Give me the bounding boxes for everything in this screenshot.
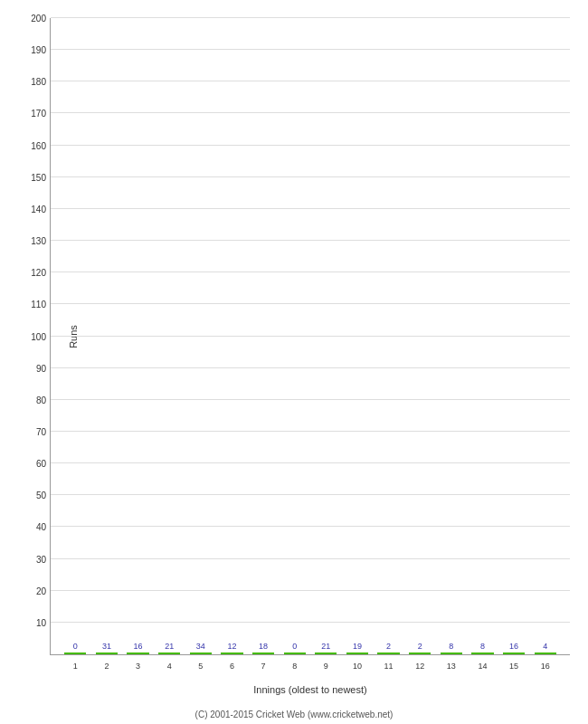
bar-rect [190, 653, 212, 654]
bar-group: 214 [154, 642, 185, 654]
bar-x-label: 8 [292, 662, 297, 671]
bar-rect [284, 653, 306, 654]
y-tick-label: 80 [36, 395, 51, 405]
chart-container: Runs 10203040506070809010011012013014015… [0, 0, 588, 724]
bar-rect [315, 653, 337, 654]
bar-value-label: 0 [73, 642, 78, 651]
bar-value-label: 2 [386, 642, 391, 651]
bar-value-label: 21 [321, 642, 330, 651]
bar-group: 814 [467, 642, 498, 654]
bar-x-label: 5 [198, 662, 203, 671]
bar-value-label: 34 [196, 642, 205, 651]
bar-value-label: 2 [418, 642, 422, 651]
bar-value-label: 8 [480, 642, 485, 651]
bar-x-label: 1 [73, 662, 78, 671]
bar-group: 211 [373, 642, 404, 654]
bar-rect [221, 653, 242, 654]
bar-value-label: 8 [449, 642, 453, 651]
y-tick-label: 60 [36, 459, 51, 469]
bar-x-label: 11 [384, 662, 394, 671]
bar-x-label: 9 [324, 662, 328, 671]
y-tick-label: 190 [31, 45, 51, 55]
bar-group: 312 [91, 642, 123, 654]
bar-group: 345 [185, 642, 217, 654]
bar-x-label: 6 [230, 662, 234, 671]
bar-group: 1910 [342, 642, 374, 654]
y-tick-label: 10 [36, 617, 51, 627]
bar-group: 126 [216, 642, 248, 654]
bar-rect [503, 653, 525, 654]
y-tick-label: 110 [31, 300, 51, 310]
bar-x-label: 12 [415, 662, 424, 671]
bar-rect [535, 653, 556, 654]
y-tick-label: 40 [36, 522, 51, 532]
bar-rect [441, 653, 462, 654]
bar-x-label: 16 [541, 662, 550, 671]
bar-rect [158, 653, 180, 654]
y-tick-label: 150 [31, 172, 51, 182]
y-tick-label: 140 [31, 204, 51, 214]
bar-group: 08 [279, 642, 310, 654]
y-tick-label: 50 [36, 491, 51, 500]
bar-x-label: 10 [353, 662, 362, 671]
bar-value-label: 0 [292, 642, 297, 651]
bar-value-label: 4 [543, 642, 547, 651]
y-tick-label: 90 [36, 363, 51, 373]
chart-area: Runs 10203040506070809010011012013014015… [50, 18, 570, 655]
bar-group: 416 [529, 642, 561, 654]
y-tick-label: 170 [31, 109, 51, 119]
bar-rect [346, 653, 368, 654]
bar-value-label: 16 [509, 642, 518, 651]
bar-group: 1615 [498, 642, 530, 654]
bar-x-label: 7 [261, 662, 266, 671]
bar-x-label: 14 [478, 662, 487, 671]
bar-x-label: 15 [509, 662, 518, 671]
y-tick-label: 20 [36, 586, 51, 595]
y-tick-label: 130 [31, 236, 51, 246]
x-axis-label: Innings (oldest to newest) [51, 684, 570, 695]
bar-group: 163 [122, 642, 154, 654]
bar-rect [252, 653, 274, 654]
y-tick-label: 100 [31, 331, 51, 341]
y-tick-label: 160 [31, 140, 51, 150]
bar-rect [409, 653, 431, 654]
bar-rect [377, 653, 399, 654]
y-tick-label: 120 [31, 268, 51, 278]
bar-x-label: 3 [136, 662, 140, 671]
bar-group: 01 [60, 642, 91, 654]
bar-rect [96, 653, 118, 654]
bar-group: 187 [248, 642, 280, 654]
bar-value-label: 31 [102, 642, 111, 651]
bar-value-label: 16 [134, 642, 143, 651]
bar-value-label: 21 [165, 642, 174, 651]
y-tick-label: 30 [36, 554, 51, 564]
bars-area: 0131216321434512618708219191021121281381… [51, 18, 570, 654]
bar-group: 813 [436, 642, 468, 654]
bar-rect [64, 653, 86, 654]
bar-value-label: 19 [353, 642, 362, 651]
bar-x-label: 13 [447, 662, 456, 671]
y-tick-label: 180 [31, 77, 51, 87]
y-tick-label: 70 [36, 426, 51, 436]
bar-rect [127, 653, 148, 654]
bar-group: 219 [310, 642, 342, 654]
bar-value-label: 12 [227, 642, 236, 651]
bar-value-label: 18 [259, 642, 268, 651]
bar-rect [471, 653, 493, 654]
bar-x-label: 2 [104, 662, 109, 671]
y-tick-label: 200 [31, 14, 51, 24]
footer: (C) 2001-2015 Cricket Web (www.cricketwe… [0, 710, 588, 724]
bar-x-label: 4 [167, 662, 172, 671]
bar-group: 212 [404, 642, 436, 654]
